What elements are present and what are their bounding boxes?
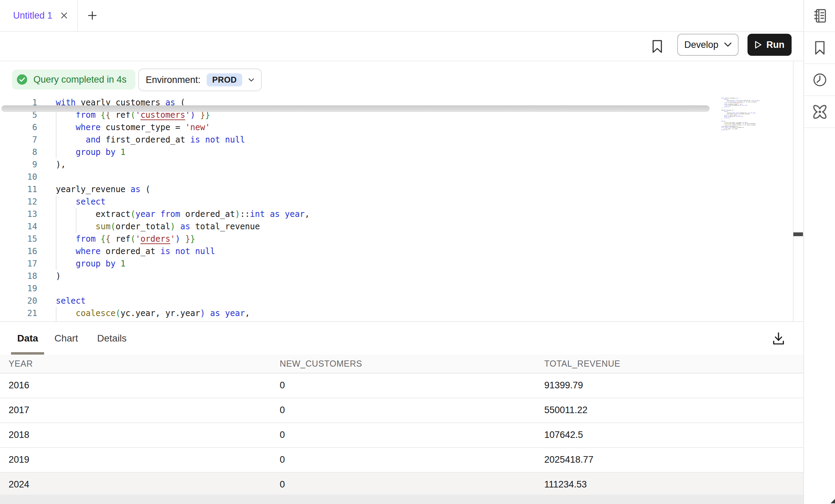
table-row[interactable]: 20240111234.53 <box>0 473 803 497</box>
results-table-header: YEARNEW_CUSTOMERSTOTAL_REVENUE <box>0 355 803 374</box>
results-tab-details[interactable]: Details <box>97 322 127 355</box>
bookmark-icon <box>813 40 827 55</box>
code-line[interactable]: 17 group by 1 <box>0 258 803 270</box>
code-line[interactable]: 6 where customer_type = 'new' <box>0 121 803 134</box>
code-line[interactable]: 15 from {{ ref('orders') }} <box>0 233 803 245</box>
code-editor[interactable]: 1with yearly_customers as (5 from {{ ref… <box>0 96 803 321</box>
plus-icon <box>87 11 97 20</box>
code-line[interactable]: 12 select <box>0 196 803 208</box>
history-icon <box>812 72 827 87</box>
scrollbar-handle[interactable] <box>793 232 803 236</box>
code-text: group by 1 <box>56 258 125 270</box>
status-bar: Query completed in 4s Environment: PROD <box>0 61 803 97</box>
code-line[interactable]: 13 extract(year from ordered_at)::int as… <box>0 208 803 220</box>
table-cell: 2019 <box>9 448 29 471</box>
code-line[interactable]: 11yearly_revenue as ( <box>0 183 803 196</box>
table-cell: 550011.22 <box>544 398 588 422</box>
line-number: 18 <box>0 270 37 282</box>
code-text: ) <box>56 270 61 282</box>
line-number: 13 <box>0 208 37 220</box>
rail-item-history[interactable] <box>804 64 835 96</box>
code-line[interactable]: 19 <box>0 282 803 295</box>
code-line[interactable]: 14 sum(order_total) as total_revenue <box>0 220 803 233</box>
line-number: 14 <box>0 220 37 233</box>
tab-title: Untitled 1 <box>13 10 52 21</box>
rail-item-notebook[interactable] <box>804 0 835 32</box>
code-text: and first_ordered_at is not null <box>56 134 245 146</box>
table-cell: 111234.53 <box>544 473 587 496</box>
environment-selector[interactable]: Environment: PROD <box>138 69 262 91</box>
chevron-down-icon <box>248 78 254 82</box>
bookmark-icon <box>652 40 663 53</box>
dbt-icon <box>812 104 828 120</box>
table-cell: 0 <box>280 374 285 397</box>
rail-item-bookmarks[interactable] <box>804 32 835 64</box>
check-circle-icon <box>16 74 28 85</box>
line-number: 7 <box>0 134 37 146</box>
code-text: group by 1 <box>56 146 125 158</box>
scrollbar-track <box>793 61 794 321</box>
environment-value-badge: PROD <box>207 73 242 86</box>
code-line[interactable]: 8 group by 1 <box>0 146 803 158</box>
line-number: 15 <box>0 233 37 245</box>
code-line[interactable]: 20select <box>0 295 803 307</box>
code-lines: 1with yearly_customers as (5 from {{ ref… <box>0 96 803 321</box>
active-tab-indicator <box>11 352 44 355</box>
code-text: where customer_type = 'new' <box>56 121 210 134</box>
toolbar: Develop Run <box>0 32 803 61</box>
table-row[interactable]: 20170550011.22 <box>0 398 803 423</box>
results-tab-chart[interactable]: Chart <box>54 322 78 355</box>
line-number: 11 <box>0 183 37 196</box>
rail-item-lineage[interactable] <box>804 96 835 128</box>
minimap[interactable]: with yearly_customers as ( select extrac… <box>721 98 767 131</box>
results-tab-data[interactable]: Data <box>17 322 38 355</box>
bookmark-button[interactable] <box>650 39 665 54</box>
run-button[interactable]: Run <box>748 34 792 56</box>
close-icon[interactable] <box>60 11 68 20</box>
new-tab-button[interactable] <box>83 0 102 31</box>
editor-tab-bar: Untitled 1 <box>0 0 803 32</box>
code-line[interactable]: 7 and first_ordered_at is not null <box>0 134 803 146</box>
horizontal-scrollbar[interactable] <box>1 105 710 112</box>
table-row[interactable]: 2016091399.79 <box>0 374 803 398</box>
notebook-icon <box>812 8 828 24</box>
code-line[interactable]: 9), <box>0 158 803 171</box>
table-cell: 0 <box>280 448 285 471</box>
code-text: yearly_revenue as ( <box>56 183 151 196</box>
code-line[interactable]: 10 <box>0 171 803 183</box>
line-number: 19 <box>0 282 37 295</box>
download-button[interactable] <box>769 329 788 347</box>
develop-dropdown[interactable]: Develop <box>677 34 739 56</box>
table-cell: 2018 <box>9 423 29 447</box>
resize-corner[interactable] <box>831 499 835 503</box>
code-text: from {{ ref('orders') }} <box>56 233 195 245</box>
results-tab-bar: DataChartDetails <box>0 321 803 355</box>
table-row[interactable]: 201902025418.77 <box>0 448 803 473</box>
column-header[interactable]: YEAR <box>9 355 33 373</box>
table-cell: 0 <box>280 398 285 422</box>
column-header[interactable]: TOTAL_REVENUE <box>544 355 620 373</box>
line-number: 20 <box>0 295 37 307</box>
table-row[interactable]: 20180107642.5 <box>0 423 803 448</box>
table-cell: 2017 <box>9 398 29 422</box>
line-number: 21 <box>0 307 37 319</box>
chevron-down-icon <box>724 42 732 47</box>
code-line[interactable]: 21 coalesce(yc.year, yr.year) as year, <box>0 307 803 319</box>
table-cell: 107642.5 <box>544 423 583 447</box>
code-line[interactable]: 16 where ordered_at is not null <box>0 245 803 258</box>
tab-untitled-1[interactable]: Untitled 1 <box>0 0 76 31</box>
code-line[interactable]: 18) <box>0 270 803 282</box>
develop-label: Develop <box>684 40 718 50</box>
download-icon <box>771 331 786 346</box>
column-header[interactable]: NEW_CUSTOMERS <box>280 355 362 373</box>
table-cell: 0 <box>280 473 285 496</box>
query-status-badge: Query completed in 4s <box>12 70 135 90</box>
environment-label: Environment: <box>146 75 200 85</box>
results-table: 2016091399.7920170550011.2220180107642.5… <box>0 374 803 497</box>
line-number: 6 <box>0 121 37 134</box>
right-icon-rail <box>803 0 835 504</box>
code-text: coalesce(yc.year, yr.year) as year, <box>56 307 250 319</box>
code-text: ), <box>56 158 66 171</box>
query-status-text: Query completed in 4s <box>33 74 126 85</box>
table-cell: 2025418.77 <box>544 448 594 471</box>
